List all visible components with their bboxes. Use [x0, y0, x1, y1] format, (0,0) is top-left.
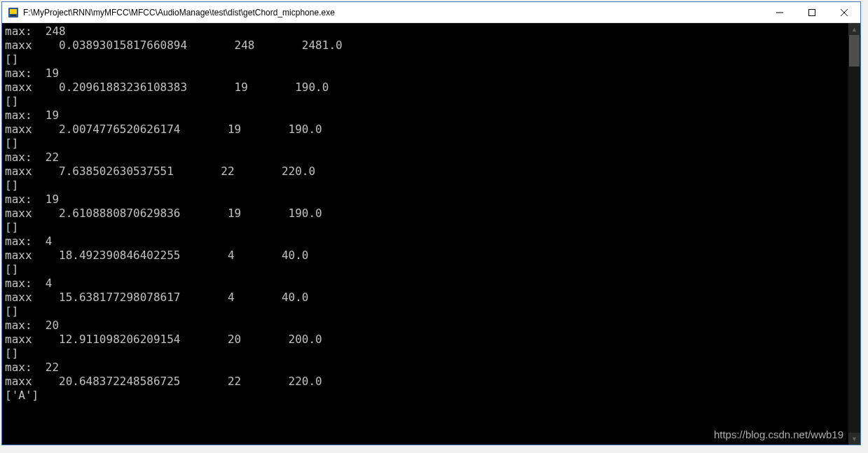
titlebar[interactable]: F:\MyProject\RNN\myMFCC\MFCC\AudioManage… — [2, 2, 860, 23]
svg-rect-1 — [10, 9, 17, 14]
maximize-button[interactable] — [796, 2, 828, 23]
scroll-thumb[interactable] — [849, 35, 860, 67]
console-output[interactable]: max: 248 maxx 0.03893015817660894 248 24… — [2, 23, 848, 445]
console-window: F:\MyProject\RNN\myMFCC\MFCC\AudioManage… — [1, 1, 861, 445]
close-button[interactable] — [828, 2, 860, 23]
svg-rect-2 — [11, 15, 16, 16]
scroll-up-arrow[interactable]: ▲ — [848, 23, 860, 35]
window-title: F:\MyProject\RNN\myMFCC\MFCC\AudioManage… — [23, 8, 764, 18]
vertical-scrollbar[interactable]: ▲ ▼ — [848, 23, 860, 445]
minimize-button[interactable] — [764, 2, 796, 23]
window-controls — [764, 2, 860, 22]
svg-rect-4 — [809, 10, 815, 16]
app-icon — [8, 7, 19, 18]
scroll-down-arrow[interactable]: ▼ — [848, 433, 860, 445]
console-area: max: 248 maxx 0.03893015817660894 248 24… — [2, 23, 860, 445]
